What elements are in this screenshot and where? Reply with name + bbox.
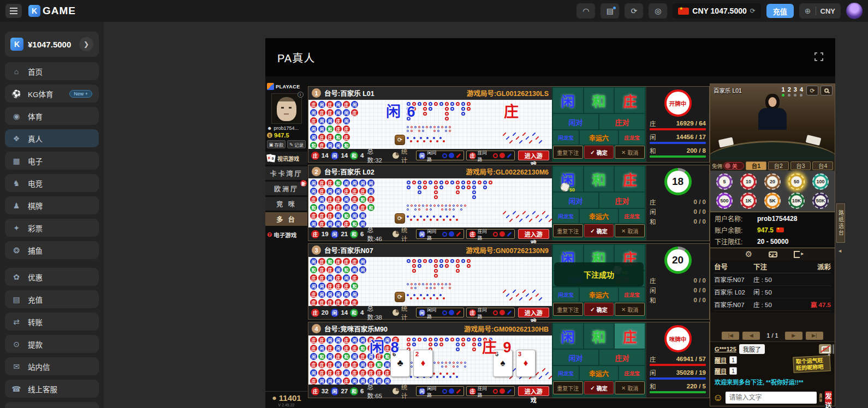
shoe-icon[interactable]: ⟳ [395, 213, 405, 224]
panel-table-tab-2[interactable]: 台2 [768, 161, 789, 170]
zhuang-ask-road-button[interactable]: 庄庄问路 [466, 229, 515, 239]
chip-50K[interactable]: 50K [812, 193, 829, 209]
bet-cell-xian-dragon[interactable]: 闲龙宝 [553, 130, 579, 145]
bet-cell-zhuang[interactable]: 庄 [615, 166, 645, 191]
statistics-label[interactable]: 统计 [401, 225, 414, 243]
camera-4[interactable]: 4 [800, 86, 803, 97]
repeat-bet-button[interactable]: 重复下注 [553, 303, 583, 316]
deposit-mini-button[interactable]: ▣存款 [267, 140, 286, 148]
sidebar-item-12[interactable]: ⊙提款 [5, 335, 99, 353]
sync-balance-icon[interactable]: ⟳ [750, 7, 756, 15]
rewards-icon[interactable]: ◎ [649, 3, 667, 19]
sidebar-item-4[interactable]: ▦电子 [5, 152, 99, 170]
enter-game-button[interactable]: 进入游戏 [518, 229, 549, 239]
sidebar-item-14[interactable]: ☎线上客服 [5, 380, 99, 398]
wallet-icon[interactable]: ▤ [601, 3, 619, 19]
confirm-bet-button[interactable]: ✓ 确定 [584, 146, 614, 159]
chat-bubble-icon[interactable]: ●●● [769, 251, 777, 257]
chip-10K[interactable]: 10K [788, 193, 805, 209]
bet-cell-zhuang-dragon[interactable]: 庄龙宝 [619, 130, 645, 145]
sidebar-item-10[interactable]: ▤充值 [5, 290, 99, 308]
confirm-bet-button[interactable]: ✓ 确定 [584, 303, 614, 316]
chat-scroll-up-icon[interactable]: ▴ [819, 393, 822, 402]
confirm-bet-button[interactable]: ✓ 确定 [584, 381, 614, 394]
xian-ask-road-button[interactable]: 闲闲问路 [416, 308, 465, 317]
sidebar-item-6[interactable]: ♟棋牌 [5, 196, 99, 214]
last-page-icon[interactable]: ▶| [806, 332, 823, 340]
chip-1K[interactable]: 1K [740, 193, 757, 209]
bet-cell-zhuang[interactable]: 庄 [615, 323, 645, 349]
chip-20[interactable]: 20 [764, 173, 781, 190]
sidebar-item-1[interactable]: ⚽KG体育New + [5, 85, 99, 103]
chip-5K[interactable]: 5K [764, 193, 781, 209]
chip-100[interactable]: 100 [812, 173, 829, 190]
bet-cell-zhuang-pair[interactable]: 庄对 [599, 193, 645, 208]
sticker-close-icon[interactable]: ✕ [827, 352, 831, 358]
zhuang-ask-road-button[interactable]: 庄庄问路 [466, 386, 515, 396]
bet-cell-lucky-six[interactable]: 幸运六 [580, 366, 618, 380]
statistics-label[interactable]: 统计 [401, 382, 414, 400]
sidebar-item-2[interactable]: ◉体育 [5, 107, 99, 125]
sidebar-item-8[interactable]: ❂捕鱼 [5, 241, 99, 259]
chat-input[interactable] [726, 392, 817, 404]
bet-cell-zhuang-pair[interactable]: 庄对 [599, 114, 645, 129]
bet-cell-lucky-six[interactable]: 幸运六 [580, 209, 618, 223]
enter-game-button[interactable]: 进入游戏 [518, 308, 549, 317]
xian-ask-road-button[interactable]: 闲闲问路 [416, 229, 465, 239]
bet-cell-xian[interactable]: 闲 [553, 323, 583, 349]
camera-1[interactable]: 1 [782, 86, 785, 97]
statistics-label[interactable]: 统计 [401, 304, 414, 321]
balance-expand-icon[interactable]: ❯ [79, 37, 93, 51]
chip-500[interactable]: 500 [716, 193, 733, 209]
sidebar-item-0[interactable]: ⌂首页 [5, 62, 99, 80]
panel-table-tab-1[interactable]: 台1 [746, 161, 766, 170]
bet-cell-xian-dragon[interactable]: 闲龙宝 [553, 209, 579, 223]
bet-cell-zhuang-dragon[interactable]: 庄龙宝 [619, 366, 645, 380]
slots-item[interactable]: ❼ 电子游戏 [265, 229, 307, 241]
hall-item-2[interactable]: 竞 咪 [265, 197, 307, 211]
chip-5[interactable]: 5 [716, 173, 733, 190]
hall-item-1[interactable]: 欧洲厅新 [265, 182, 307, 195]
records-mini-button[interactable]: ✎记录 [287, 140, 306, 148]
refresh-icon[interactable]: ⟳ [625, 3, 643, 19]
bet-cell-zhuang-pair[interactable]: 庄对 [599, 350, 645, 365]
bet-cell-xian[interactable]: 闲 [553, 88, 583, 113]
commission-toggle[interactable]: 关 [723, 162, 744, 170]
send-button[interactable]: 发送 [825, 391, 832, 404]
enter-game-button[interactable]: 进入游戏 [518, 386, 549, 396]
sidebar-item-15[interactable]: ☻个人中心 [5, 402, 99, 408]
chat-scrollbar[interactable] [833, 344, 834, 354]
collapse-arrow-icon[interactable]: ◄ [837, 248, 842, 254]
chip-50[interactable]: 50 [788, 173, 805, 190]
bet-cell-xian-dragon[interactable]: 闲龙宝 [553, 287, 579, 302]
sidebar-item-9[interactable]: ✿优惠 [5, 268, 99, 286]
prev-page-icon[interactable]: ◀ [742, 332, 760, 340]
xian-ask-road-button[interactable]: 闲闲问路 [416, 151, 465, 160]
panel-table-tab-3[interactable]: 台3 [790, 161, 811, 170]
xian-ask-road-button[interactable]: 闲闲问路 [416, 386, 465, 396]
menu-toggle-icon[interactable] [5, 4, 22, 18]
info-icon[interactable]: i [298, 92, 304, 98]
bet-cell-he[interactable]: 和 [584, 323, 614, 349]
panel-table-tab-4[interactable]: 台4 [812, 161, 833, 170]
bet-cell-he[interactable]: 和 [584, 88, 614, 113]
sidebar-item-5[interactable]: ♞电竞 [5, 174, 99, 192]
sidebar-item-3[interactable]: ❖真人 [5, 129, 99, 147]
cancel-bet-button[interactable]: ✕ 取消 [615, 381, 645, 394]
bet-cell-xian-pair[interactable]: 闲对 [553, 114, 598, 129]
repeat-bet-button[interactable]: 重复下注 [553, 381, 583, 394]
zhuang-ask-road-button[interactable]: 庄庄问路 [466, 308, 515, 317]
enter-game-button[interactable]: 进入游戏 [518, 151, 549, 160]
camera-3[interactable]: 3 [794, 86, 797, 97]
currency-selector[interactable]: ⊕ CNY [799, 3, 841, 19]
bet-cell-zhuang-dragon[interactable]: 庄龙宝 [619, 287, 645, 302]
sidebar-item-13[interactable]: ✉站内信 [5, 357, 99, 375]
repeat-bet-button[interactable]: 重复下注 [553, 224, 583, 237]
user-avatar[interactable] [846, 3, 863, 19]
chip-10[interactable]: 10 [740, 173, 757, 190]
bet-cell-xian-pair[interactable]: 闲对 [553, 350, 598, 365]
video-games-item[interactable]: K9 视讯游戏 [265, 152, 307, 165]
lobby-avatar[interactable]: i [271, 93, 302, 124]
zhuang-ask-road-button[interactable]: 庄庄问路 [466, 151, 515, 160]
sidebar-item-11[interactable]: ⇄转账 [5, 313, 99, 331]
